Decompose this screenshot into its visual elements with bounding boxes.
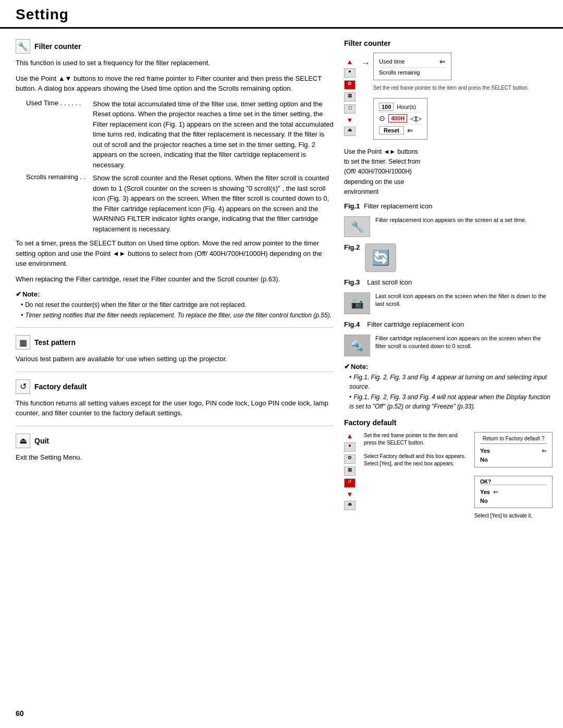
fd-dialogs: Return to Factory default ? Yes ⇐ No OK? [474,432,553,520]
fd-yes-label: Yes [480,448,538,454]
used-time-block: Used Time . . . . . . Show the total acc… [26,99,334,235]
factory-default-left-section: ↺ Factory default This function returns … [16,379,334,418]
fd-menu-icons: ▲ ● ✿ ▦ ↺ ▼ ⏏ [344,432,356,510]
used-time-row: Used Time . . . . . . Show the total acc… [26,99,334,170]
fc-dialog-row1: Used time ⇐ [379,56,446,68]
fd-select-note: Select Factory default and this box appe… [364,453,466,467]
quit-icon: ⏏ [16,434,30,448]
fig1-sub-desc: Filter replacement icon appears on the s… [375,216,527,224]
test-pattern-header: ▦ Test pattern [16,335,334,350]
page-number: 60 [16,709,24,718]
ok-dialog: OK? Yes ⇐ No [474,476,553,508]
fig3-sub-desc: Last scroll icon appears on the screen w… [375,292,553,309]
fc-menu-icon4: ◻ [344,104,356,114]
fc-dialog-arrow1: ⇐ [439,57,446,66]
fig1-content: 🔧 Filter replacement icon appears on the… [344,216,553,237]
test-pattern-section: ▦ Test pattern Various test pattern are … [16,335,334,364]
filter-counter-diagram: ▲ ● ✿ ▦ ◻ ▼ ⏏ → [344,53,553,140]
fc-menu-icon3: ▦ [344,92,356,102]
fig1-desc: Filter replacement icon [364,202,433,210]
divider3 [16,426,334,426]
fc-menu-arrow-up: ▲ [347,58,353,66]
scrolls-remaining-label: Scrolls remaining . . [26,173,89,234]
filter-replace-note: When replacing the Filter cartridge, res… [16,274,334,285]
fig4-label: Fig.4 [344,320,360,328]
fc-dialog-label2: Scrolls remainig [379,69,420,76]
fc-dialog-label1: Used time [379,58,405,65]
fd-no-label: No [480,456,547,463]
fc-timer-row3: Reset ⇐ [379,125,422,136]
fd-return-dialog-title: Return to Factory default ? [480,436,547,444]
fd-return-dialog: Return to Factory default ? Yes ⇐ No [474,432,553,467]
fig4-desc: Filter cartridge replacement icon [367,320,464,328]
fc-dialog-box: Used time ⇐ Scrolls remainig [373,53,451,80]
fc-timer-row2: ⊙ 400H ◁▷ [379,113,422,125]
factory-default-left-icon: ↺ [16,379,30,394]
page-content: 🔧 Filter counter This function is used t… [0,29,563,530]
right-note-item2: Fig.1, Fig. 2, Fig. 3 and Fig. 4 will no… [349,392,553,411]
fc-timer-box: 100 Hour(s) ⊙ 400H ◁▷ Reset [373,98,427,140]
left-note-title: Note: [16,290,334,298]
divider1 [16,327,334,328]
page-header: Setting [0,0,563,29]
scrolls-remaining-row: Scrolls remaining . . Show the scroll co… [26,173,334,234]
left-note-item2: Timer setting notifies that the filter n… [21,311,334,320]
factory-default-left-title: Factory default [34,382,87,391]
fc-menu-icon1: ● [344,68,356,78]
quit-section: ⏏ Quit Exit the Setting Menu. [16,434,334,463]
right-note-box: Note: Fig.1, Fig. 2, Fig. 3 and Fig. 4 a… [344,363,553,411]
fc-timer-val: 100 [379,103,394,111]
fig1-icon: 🔧 [344,216,370,237]
fd-menu-icon1: ● [344,442,356,452]
test-pattern-desc: Various test pattern are available for u… [16,354,334,364]
ok-yes-label: Yes [480,489,490,495]
fc-menu-icon5: ⏏ [344,127,356,136]
timer-note: To set a timer, press the SELECT button … [16,238,334,269]
quit-title: Quit [34,437,49,445]
filter-counter-title: Filter counter [34,42,81,51]
point-buttons-text: Use the Point ◄► buttonsto set the timer… [344,147,553,197]
page-wrapper: Setting 🔧 Filter counter This function i… [0,0,563,728]
fd-menu-icon3: ▦ [344,466,356,476]
fc-menu-icon2: ✿ [344,80,356,90]
fc-right-content: → Used time ⇐ Scrolls remainig [361,53,529,140]
fd-menu-icon4: ↺ [344,478,356,488]
fd-right-content: Set the red frame pointer to the item an… [364,432,466,467]
fig2-row: Fig.2 🔄 [344,243,553,272]
page-title: Setting [16,6,547,23]
test-pattern-title: Test pattern [34,338,76,347]
fig3-desc: Last scroll icon [367,278,412,286]
filter-counter-intro1: This function is used to set a frequency… [16,58,334,68]
fd-diagram: ▲ ● ✿ ▦ ↺ ▼ ⏏ Set the red frame pointer … [344,432,553,520]
fd-no-row: No [480,455,547,464]
fc-timer-unit: Hour(s) [397,104,416,110]
fd-menu-arrow-up: ▲ [347,432,353,440]
fig3-icon: 📷 [344,292,370,314]
quit-header: ⏏ Quit [16,434,334,448]
filter-counter-icon: 🔧 [16,39,30,54]
fig3-content: 📷 Last scroll icon appears on the screen… [344,292,553,314]
fc-timer-row1: 100 Hour(s) [379,102,422,113]
fc-timer-select-val: 400H [388,114,407,122]
ok-no-row: No [480,497,547,505]
fd-yes-row: Yes ⇐ [480,446,547,455]
fd-menu-icon5: ⏏ [344,501,356,510]
right-note-item1: Fig.1, Fig. 2, Fig. 3 and Fig. 4 appear … [349,373,553,391]
fig1-row: Fig.1 Filter replacement icon [344,202,553,210]
factory-default-right: Factory default ▲ ● ✿ ▦ ↺ ▼ ⏏ Set the [344,418,553,520]
fd-menu-icon2: ✿ [344,454,356,464]
filter-counter-right: Filter counter ▲ ● ✿ ▦ ◻ ▼ ⏏ [344,39,553,197]
left-column: 🔧 Filter counter This function is used t… [16,39,334,520]
fig2-icon: 🔄 [365,243,396,272]
fd-menu-arrow-down: ▼ [347,490,353,498]
fc-timer-right-arrow: ◁▷ [410,114,422,122]
ok-yes-arrow: ⇐ [493,488,498,496]
right-column: Filter counter ▲ ● ✿ ▦ ◻ ▼ ⏏ [344,39,553,520]
ok-title: OK? [480,479,547,485]
fig1-label: Fig.1 [344,202,360,210]
filter-counter-intro2: Use the Point ▲▼ buttons to move the red… [16,73,334,94]
filter-counter-header: 🔧 Filter counter [16,39,334,54]
fig3-row: Fig.3 Last scroll icon [344,278,553,286]
fig4-row: Fig.4 Filter cartridge replacement icon [344,320,553,328]
fc-timer-left-arrow: ⊙ [379,114,385,122]
